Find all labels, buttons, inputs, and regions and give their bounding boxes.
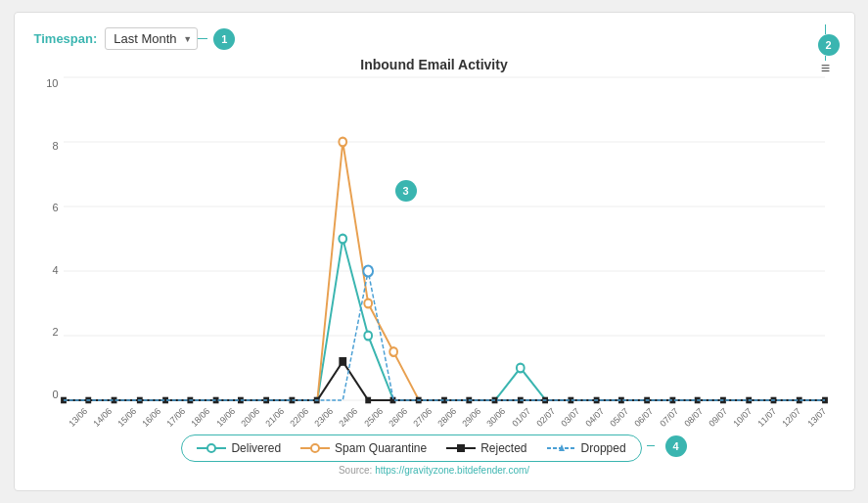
timespan-select-wrapper[interactable]: Last Month	[105, 27, 198, 50]
spam-dot-24	[339, 138, 346, 147]
y-label-2: 2	[34, 326, 59, 338]
legend-spam-label: Spam Quarantine	[335, 441, 427, 455]
y-label-0: 0	[34, 389, 59, 400]
spam-legend-icon	[300, 443, 330, 453]
legend-dropped-label: Dropped	[581, 441, 626, 455]
x-label-26: 09/07	[707, 406, 729, 429]
x-label-7: 20/06	[239, 406, 261, 429]
delivered-dot-25	[364, 332, 372, 341]
rejected-line	[64, 361, 825, 400]
x-label-9: 22/06	[288, 406, 310, 429]
source-text: Source: https://gravityzone.bitdefender.…	[339, 465, 529, 476]
x-label-16: 29/06	[461, 406, 483, 429]
legend: Delivered Spam Quarantine Reje	[181, 434, 641, 462]
svg-rect-11	[457, 444, 465, 452]
x-label-1: 14/06	[91, 406, 114, 429]
x-label-22: 05/07	[609, 406, 631, 429]
legend-rejected-label: Rejected	[480, 441, 526, 455]
badge-2[interactable]: 2	[818, 34, 840, 56]
x-label-11: 24/06	[338, 406, 360, 429]
dropped-dot-25	[363, 266, 373, 277]
rejected-marker-24	[339, 357, 346, 366]
x-label-28: 11/07	[756, 406, 779, 429]
chart-inner: 3	[64, 77, 825, 400]
x-label-2: 15/06	[115, 406, 138, 429]
x-label-12: 25/06	[362, 406, 385, 429]
x-label-21: 04/07	[583, 406, 606, 429]
legend-item-rejected: Rejected	[446, 441, 526, 455]
x-label-20: 03/07	[559, 406, 581, 429]
y-label-10: 10	[34, 77, 59, 89]
x-label-27: 10/07	[731, 406, 754, 429]
timespan-select[interactable]: Last Month	[105, 27, 198, 50]
legend-delivered-label: Delivered	[231, 441, 281, 455]
connector-2-line	[825, 24, 826, 34]
x-label-23: 06/07	[633, 406, 656, 429]
x-label-24: 07/07	[658, 406, 680, 429]
y-label-6: 6	[34, 202, 59, 213]
x-label-4: 17/06	[164, 406, 187, 429]
badge-3[interactable]: 3	[395, 180, 417, 202]
delivered-dot-24	[339, 235, 346, 244]
spam-dot-25	[364, 299, 372, 308]
top-right-controls: 2 ≡	[812, 24, 840, 76]
chart-title: Inbound Email Activity	[34, 57, 835, 72]
source-prefix: Source:	[339, 465, 375, 476]
spam-dot-26	[389, 347, 397, 356]
y-axis: 10 8 6 4 2 0	[34, 77, 59, 400]
source-link[interactable]: https://gravityzone.bitdefender.com/	[375, 465, 529, 476]
main-card: Timespan: Last Month 1 2 ≡ Inbound Email…	[14, 12, 855, 491]
x-label-25: 08/07	[682, 406, 705, 429]
svg-point-7	[207, 444, 215, 452]
connector-4	[647, 445, 655, 446]
bottom-row: Delivered Spam Quarantine Reje	[34, 430, 835, 476]
svg-point-9	[311, 444, 319, 452]
x-label-14: 27/06	[411, 406, 434, 429]
delivered-legend-icon	[197, 443, 226, 453]
connector-1	[198, 38, 207, 39]
rejected-legend-icon	[446, 443, 476, 453]
x-label-13: 26/06	[387, 406, 409, 429]
x-label-5: 18/06	[190, 406, 212, 429]
badge-1[interactable]: 1	[213, 28, 235, 50]
legend-item-delivered: Delivered	[197, 441, 281, 455]
delivered-line	[64, 239, 825, 400]
timespan-label: Timespan:	[34, 31, 98, 46]
x-label-17: 30/06	[485, 406, 508, 429]
hamburger-icon[interactable]: ≡	[821, 61, 830, 76]
y-label-4: 4	[34, 264, 59, 276]
x-label-29: 12/07	[781, 406, 803, 429]
x-axis: 13/06 14/06 15/06 16/06 17/06 18/06 19/0…	[64, 400, 825, 430]
x-label-6: 19/06	[214, 406, 237, 429]
legend-item-dropped: Dropped	[547, 441, 626, 455]
legend-item-spam: Spam Quarantine	[300, 441, 427, 455]
x-label-3: 16/06	[140, 406, 162, 429]
x-label-0: 13/06	[67, 406, 89, 429]
x-label-19: 02/07	[534, 406, 557, 429]
x-label-30: 13/07	[805, 406, 828, 429]
chart-area: 10 8 6 4 2 0	[64, 77, 825, 430]
x-label-10: 23/06	[313, 406, 336, 429]
x-label-18: 01/07	[510, 406, 532, 429]
header-row: Timespan: Last Month 1	[34, 27, 835, 50]
y-label-8: 8	[34, 140, 59, 152]
badge-4[interactable]: 4	[665, 435, 687, 457]
x-label-8: 21/06	[263, 406, 286, 429]
x-label-15: 28/06	[435, 406, 458, 429]
chart-svg	[64, 77, 825, 400]
dropped-legend-icon	[547, 443, 576, 453]
delivered-dot-01	[516, 364, 524, 373]
